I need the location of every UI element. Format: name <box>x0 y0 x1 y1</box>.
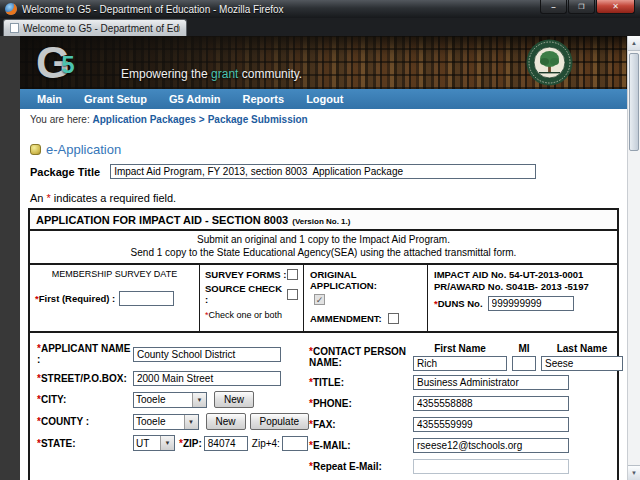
original-application-checkbox <box>314 294 325 305</box>
original-application-label: ORIGINAL APPLICATION: <box>310 269 421 291</box>
state-label: *STATE: <box>37 438 133 449</box>
page-title: e-Application <box>30 142 627 157</box>
title-label: *TITLE: <box>309 377 413 388</box>
city-label: *CITY: <box>37 394 133 405</box>
submit-instruction-line1: Submit an original and 1 copy to the Imp… <box>30 233 617 246</box>
package-title-label: Package Title <box>30 166 100 178</box>
impact-aid-number: IMPACT AID No. 54-UT-2013-0001 <box>434 269 611 280</box>
window-titlebar: Welcome to G5 - Department of Education … <box>0 0 640 18</box>
tab-favicon-icon <box>10 23 19 33</box>
county-populate-button[interactable]: Populate <box>250 413 309 430</box>
repeat-email-label: *Repeat E-Mail: <box>309 461 413 472</box>
package-title-input[interactable] <box>110 164 536 179</box>
duns-input[interactable] <box>488 296 574 311</box>
required-field-note: An * indicates a required field. <box>30 192 627 204</box>
zip-label: *ZIP: <box>179 438 202 449</box>
nav-item-grant-setup[interactable]: Grant Setup <box>73 93 158 105</box>
city-new-button[interactable]: New <box>214 391 254 408</box>
duns-label: *DUNS No. <box>434 298 483 309</box>
logo-number-5: 5 <box>61 51 74 79</box>
survey-forms-label: SURVEY FORMS : <box>205 269 286 280</box>
scrollbar-up-icon[interactable] <box>628 36 640 51</box>
zip-input[interactable] <box>204 436 248 451</box>
zip4-label: Zip+4: <box>252 438 280 449</box>
mi-input[interactable] <box>512 356 536 371</box>
chevron-down-icon <box>184 415 198 429</box>
phone-input[interactable] <box>413 396 569 411</box>
submit-instruction-line2: Send 1 copy to the State Educational Age… <box>30 246 617 259</box>
scrollbar-down-icon[interactable] <box>628 465 640 480</box>
browser-tab[interactable]: Welcome to G5 - Department of Edu... <box>3 19 187 36</box>
first-name-header: First Name <box>413 343 507 354</box>
minimize-button[interactable] <box>540 0 567 14</box>
vertical-scrollbar[interactable] <box>627 36 640 480</box>
survey-section: MEMBERSHIP SURVEY DATE *First (Required)… <box>30 265 617 333</box>
nav-item-g5-admin[interactable]: G5 Admin <box>158 93 232 105</box>
first-name-input[interactable] <box>413 356 507 371</box>
zip4-input[interactable] <box>282 436 308 451</box>
window-controls <box>540 0 635 14</box>
form-header: APPLICATION FOR IMPACT AID - SECTION 800… <box>30 210 617 231</box>
pr-award-number: PR/AWARD No. S041B- 2013 -5197 <box>434 281 611 292</box>
breadcrumb-prefix: You are here: <box>30 114 92 125</box>
first-required-label: *First (Required) : <box>35 293 115 304</box>
city-select[interactable]: Tooele <box>133 392 207 408</box>
contact-person-label: *CONTACT PERSON NAME: <box>309 343 413 368</box>
chevron-down-icon <box>160 436 174 450</box>
breadcrumb-separator: > <box>199 114 205 125</box>
county-new-button[interactable]: New <box>206 413 246 430</box>
browser-window: Welcome to G5 - Department of Education … <box>0 0 640 480</box>
phone-label: *PHONE: <box>309 398 413 409</box>
impact-aid-application-form: APPLICATION FOR IMPACT AID - SECTION 800… <box>28 208 619 480</box>
breadcrumb-link-package-submission[interactable]: Package Submission <box>208 114 308 125</box>
street-label: *STREET/P.O.BOX: <box>37 373 133 384</box>
membership-survey-first-input[interactable] <box>119 291 174 306</box>
browser-viewport: G 5 Empowering the grant community. <box>0 36 640 480</box>
maximize-button[interactable] <box>568 0 595 14</box>
email-input[interactable] <box>413 438 569 453</box>
check-one-note: *Check one or both <box>205 310 298 320</box>
submit-instructions: Submit an original and 1 copy to the Imp… <box>30 231 617 265</box>
form-header-title: APPLICATION FOR IMPACT AID - SECTION 800… <box>36 214 288 226</box>
g5-logo: G 5 <box>36 36 75 89</box>
banner-tagline: Empowering the grant community. <box>121 67 302 81</box>
mi-header: MI <box>512 343 536 354</box>
email-label: *E-MAIL: <box>309 440 413 451</box>
county-label: *COUNTY : <box>37 416 133 427</box>
repeat-email-input[interactable] <box>413 459 569 474</box>
survey-forms-checkbox[interactable] <box>287 269 298 280</box>
membership-survey-cell: MEMBERSHIP SURVEY DATE *First (Required)… <box>30 265 200 331</box>
breadcrumb-link-application-packages[interactable]: Application Packages <box>92 114 195 125</box>
title-input[interactable] <box>413 375 569 390</box>
firefox-icon <box>5 3 17 15</box>
street-input[interactable] <box>133 371 281 386</box>
contact-column: *CONTACT PERSON NAME: First Name MI Last… <box>309 343 623 479</box>
nav-item-main[interactable]: Main <box>26 93 73 105</box>
nav-item-reports[interactable]: Reports <box>232 93 296 105</box>
page-title-text: e-Application <box>46 142 121 157</box>
main-navigation: Main Grant Setup G5 Admin Reports Logout <box>20 89 627 109</box>
scrollbar-thumb[interactable] <box>629 53 639 151</box>
amendment-checkbox[interactable] <box>388 313 399 324</box>
applicant-name-label: *APPLICANT NAME : <box>37 343 133 365</box>
nav-item-logout[interactable]: Logout <box>295 93 354 105</box>
tab-title: Welcome to G5 - Department of Edu... <box>23 23 180 34</box>
applicant-name-input[interactable] <box>133 347 281 362</box>
g5-banner: G 5 Empowering the grant community. <box>20 36 627 89</box>
source-check-label: SOURCE CHECK : <box>205 283 287 305</box>
department-of-education-seal-icon <box>526 39 573 86</box>
tab-bar: Welcome to G5 - Department of Edu... <box>0 18 640 36</box>
survey-forms-cell: SURVEY FORMS : SOURCE CHECK : *Check one… <box>200 265 304 331</box>
breadcrumb: You are here: Application Packages>Packa… <box>20 109 627 129</box>
fax-label: *FAX: <box>309 419 413 430</box>
form-version: (Version No. 1.) <box>292 217 350 226</box>
state-select[interactable]: UT <box>133 435 175 451</box>
original-application-cell: ORIGINAL APPLICATION: AMMENDMENT: <box>304 265 428 331</box>
last-name-input[interactable] <box>541 356 623 371</box>
fax-input[interactable] <box>413 417 569 432</box>
close-button[interactable] <box>596 0 635 14</box>
last-name-header: Last Name <box>541 343 623 354</box>
source-check-checkbox[interactable] <box>287 289 298 300</box>
county-select[interactable]: Tooele <box>133 414 199 430</box>
contact-name-table: First Name MI Last Name <box>413 343 623 371</box>
